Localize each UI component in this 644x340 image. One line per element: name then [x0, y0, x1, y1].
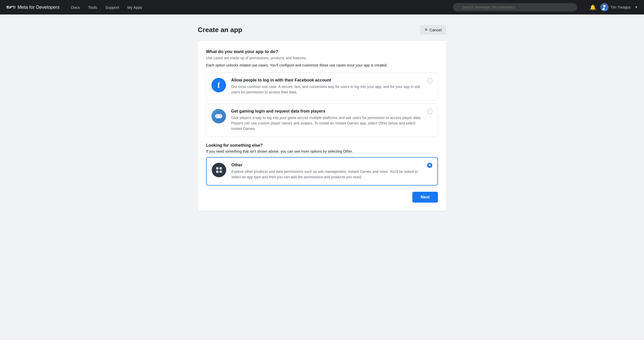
else-section: Looking for something else? If you need … — [206, 143, 438, 153]
svg-point-1 — [14, 6, 15, 8]
other-text: Other Explore other products and data pe… — [231, 163, 422, 180]
logo-text: Meta for Developers — [18, 5, 60, 10]
else-title: Looking for something else? — [206, 143, 438, 148]
gaming-login-desc: Give players a way to log into your game… — [231, 115, 422, 131]
nav-my-apps[interactable]: My Apps — [124, 3, 145, 12]
cancel-label: Cancel — [429, 28, 442, 32]
section-header: What do you want your app to do? Use cas… — [206, 49, 438, 67]
gaming-login-radio[interactable] — [427, 109, 433, 114]
navbar: Meta for Developers Docs Tools Support M… — [0, 0, 644, 14]
next-button[interactable]: Next — [412, 192, 438, 203]
facebook-login-title: Allow people to log in with their Facebo… — [231, 78, 422, 83]
search-area: 🔍 — [453, 3, 577, 11]
section-note: Each option unlocks related use cases. Y… — [206, 63, 438, 67]
svg-rect-12 — [219, 167, 222, 169]
option-gaming-login[interactable]: Get gaming login and request data from p… — [206, 104, 438, 137]
facebook-login-radio[interactable] — [427, 78, 433, 83]
main-nav: Docs Tools Support My Apps — [68, 3, 145, 12]
svg-rect-8 — [217, 115, 217, 116]
svg-point-3 — [603, 5, 605, 7]
create-app-card: What do you want your app to do? Use cas… — [198, 41, 446, 211]
nav-support[interactable]: Support — [102, 3, 122, 12]
section-subtitle: Use cases are made up of permissions, pr… — [206, 56, 438, 60]
site-logo[interactable]: Meta for Developers — [6, 5, 60, 10]
svg-rect-13 — [216, 171, 218, 173]
facebook-login-desc: Our most common use case. A secure, fast… — [231, 84, 422, 95]
svg-point-10 — [221, 116, 222, 117]
page-header: Create an app ✕ Cancel — [198, 25, 446, 35]
main-content: Create an app ✕ Cancel What do you want … — [0, 14, 644, 221]
svg-text:f: f — [606, 8, 607, 11]
gaming-login-text: Get gaming login and request data from p… — [231, 109, 422, 131]
avatar-circle: f — [600, 3, 609, 11]
option-other[interactable]: Other Explore other products and data pe… — [206, 157, 438, 186]
option-facebook-login[interactable]: f Allow people to log in with their Face… — [206, 72, 438, 100]
nav-tools[interactable]: Tools — [85, 3, 100, 12]
notification-icon[interactable]: 🔔 — [590, 4, 596, 10]
facebook-login-icon: f — [211, 78, 226, 92]
page-title: Create an app — [198, 26, 242, 34]
facebook-login-text: Allow people to log in with their Facebo… — [231, 78, 422, 95]
user-avatar[interactable]: f Tim Treagus — [600, 3, 631, 11]
cancel-icon: ✕ — [425, 27, 428, 32]
page-container: Create an app ✕ Cancel What do you want … — [198, 25, 446, 211]
cancel-button[interactable]: ✕ Cancel — [420, 25, 446, 35]
next-button-row: Next — [206, 192, 438, 203]
other-icon — [212, 163, 226, 177]
section-title: What do you want your app to do? — [206, 49, 438, 54]
navbar-right: 🔔 f Tim Treagus ▼ — [590, 3, 638, 11]
nav-docs[interactable]: Docs — [68, 3, 83, 12]
else-desc: If you need something that isn't shown a… — [206, 149, 438, 153]
svg-rect-11 — [216, 167, 218, 169]
search-input[interactable] — [453, 3, 577, 11]
other-desc: Explore other products and data permissi… — [231, 169, 422, 180]
svg-point-9 — [220, 115, 221, 116]
user-name-label: Tim Treagus — [611, 5, 631, 9]
other-radio[interactable] — [427, 163, 432, 168]
gaming-login-title: Get gaming login and request data from p… — [231, 109, 422, 114]
user-dropdown-chevron[interactable]: ▼ — [635, 5, 638, 9]
svg-rect-14 — [219, 171, 222, 173]
other-title: Other — [231, 163, 422, 167]
gaming-login-icon — [211, 109, 226, 123]
